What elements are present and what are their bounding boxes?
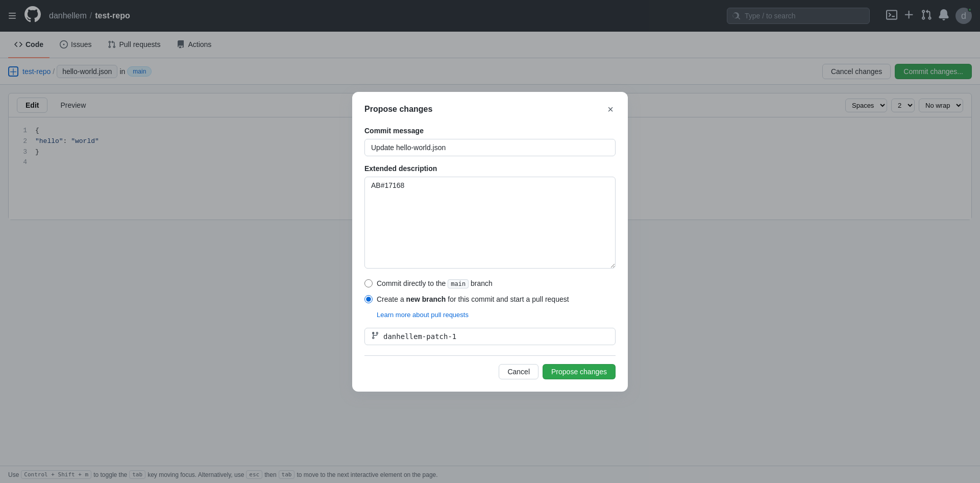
option-new-branch[interactable]: Create a new branch for this commit and …	[364, 294, 616, 305]
branch-input-icon	[371, 331, 379, 342]
radio-direct[interactable]	[364, 279, 373, 287]
radio-new-branch[interactable]	[364, 295, 373, 303]
option-direct-label: Commit directly to the main branch	[377, 278, 493, 289]
modal-close-button[interactable]: ×	[605, 102, 616, 116]
cancel-button[interactable]: Cancel	[499, 364, 538, 379]
new-branch-bold: new branch	[406, 295, 446, 303]
modal-header: Propose changes ×	[364, 102, 616, 116]
extended-description-textarea[interactable]	[364, 177, 616, 269]
propose-changes-button[interactable]: Propose changes	[543, 364, 616, 379]
option-new-branch-label: Create a new branch for this commit and …	[377, 294, 569, 305]
propose-changes-modal: Propose changes × Commit message Extende…	[352, 92, 628, 392]
commit-message-group: Commit message	[364, 127, 616, 156]
extended-description-group: Extended description	[364, 164, 616, 270]
commit-options: Commit directly to the main branch Creat…	[364, 278, 616, 345]
extended-description-label: Extended description	[364, 164, 616, 173]
modal-footer: Cancel Propose changes	[364, 355, 616, 379]
branch-input-wrapper	[364, 328, 616, 345]
modal-title: Propose changes	[364, 105, 432, 114]
branch-name-input[interactable]	[383, 332, 609, 341]
modal-overlay: Propose changes × Commit message Extende…	[0, 0, 980, 483]
option-direct-commit[interactable]: Commit directly to the main branch	[364, 278, 616, 289]
learn-more-link[interactable]: Learn more about pull requests	[377, 311, 616, 319]
branch-code: main	[448, 279, 469, 288]
commit-message-input[interactable]	[364, 139, 616, 156]
commit-message-label: Commit message	[364, 127, 616, 135]
